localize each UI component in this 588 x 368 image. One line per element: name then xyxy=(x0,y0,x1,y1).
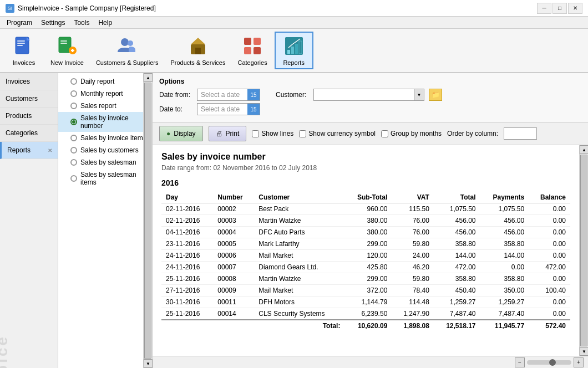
svg-rect-18 xyxy=(244,47,251,54)
cell-balance: 0.00 xyxy=(529,273,570,285)
cell-number: 00003 xyxy=(213,215,254,227)
report-item-bysalesman[interactable]: Sales by salesman xyxy=(58,156,152,168)
cell-number: 00007 xyxy=(213,262,254,273)
total-vat: 1,898.08 xyxy=(392,320,434,331)
sidebar-item-invoices[interactable]: Invoices xyxy=(0,73,58,90)
cell-total: 358.80 xyxy=(434,273,480,285)
sidebar-item-customers[interactable]: Customers xyxy=(0,90,58,108)
report-item-bysalesmanitems[interactable]: Sales by salesman items xyxy=(58,168,152,188)
cell-vat: 114.48 xyxy=(392,297,434,308)
app-icon: SI xyxy=(6,4,14,13)
cell-total: 456.00 xyxy=(434,215,480,227)
scroll-up-right-btn[interactable]: ▲ xyxy=(580,145,588,154)
cell-subtotal: 372.00 xyxy=(344,285,392,297)
cell-day: 04-11-2016 xyxy=(161,227,213,238)
zoom-in-btn[interactable]: + xyxy=(574,357,584,367)
table-row: 25-11-201600008Martin Watzke299.0059.803… xyxy=(161,273,570,285)
show-currency-label: Show currency symbol xyxy=(308,130,376,137)
toolbar-products-label: Products & Services xyxy=(170,59,225,66)
cell-balance: 0.00 xyxy=(529,250,570,262)
print-button[interactable]: 🖨 Print xyxy=(209,126,247,141)
col-vat: VAT xyxy=(392,192,434,203)
display-button[interactable]: ● Display xyxy=(159,126,203,141)
scroll-down-btn[interactable]: ▼ xyxy=(144,359,153,368)
date-to-input[interactable]: Select a date 15 xyxy=(197,103,260,115)
date-from-calendar-btn[interactable]: 15 xyxy=(247,89,260,100)
toolbar-products[interactable]: Products & Services xyxy=(165,32,230,69)
cell-subtotal: 380.00 xyxy=(344,215,392,227)
show-lines-checkbox[interactable] xyxy=(252,130,259,137)
svg-rect-2 xyxy=(17,43,25,44)
toolbar-reports[interactable]: Reports xyxy=(275,32,313,69)
menu-program[interactable]: Program xyxy=(2,18,37,28)
toolbar-customers[interactable]: Customers & Suppliers xyxy=(91,32,164,69)
cell-total: 472.00 xyxy=(434,262,480,273)
sidebar-item-products[interactable]: Products xyxy=(0,108,58,125)
customer-select[interactable]: ▼ xyxy=(313,89,424,101)
report-item-byinvoice[interactable]: Sales by invoice number xyxy=(58,112,152,132)
scroll-thumb[interactable] xyxy=(144,83,151,359)
toolbar-categories-label: Categories xyxy=(237,59,267,66)
close-reports-icon[interactable]: ✕ xyxy=(48,147,52,154)
cell-balance: 0.00 xyxy=(529,203,570,215)
toolbar-categories[interactable]: Categories xyxy=(232,32,272,69)
cell-customer: Mark Lafarthy xyxy=(254,238,344,250)
cell-vat: 115.50 xyxy=(392,203,434,215)
cell-payments: 1,075.50 xyxy=(480,203,529,215)
report-table: Day Number Customer Sub-Total VAT Total … xyxy=(161,192,570,331)
cell-customer: Diamond Gears Ltd. xyxy=(254,262,344,273)
radio-byitems xyxy=(70,135,77,141)
cell-total: 144.00 xyxy=(434,250,480,262)
cell-payments: 456.00 xyxy=(480,215,529,227)
show-currency-checkbox[interactable] xyxy=(299,130,306,137)
menu-tools[interactable]: Tools xyxy=(69,18,94,28)
report-item-sales[interactable]: Sales report xyxy=(58,100,152,112)
svg-rect-15 xyxy=(195,48,201,54)
order-col-input[interactable] xyxy=(504,127,537,140)
cell-total: 1,075.50 xyxy=(434,203,480,215)
sidebar-item-reports[interactable]: Reports ✕ xyxy=(0,142,58,159)
menu-help[interactable]: Help xyxy=(94,18,116,28)
menu-settings[interactable]: Settings xyxy=(37,18,69,28)
options-row-to: Date to: Select a date 15 xyxy=(159,103,581,115)
vertical-scrollbar[interactable]: ▲ ▼ xyxy=(579,145,588,356)
zoom-slider[interactable] xyxy=(527,360,571,365)
cell-subtotal: 299.00 xyxy=(344,273,392,285)
report-item-byitems[interactable]: Sales by invoice items xyxy=(58,132,152,144)
close-button[interactable]: ✕ xyxy=(568,3,582,14)
sidebar-item-categories[interactable]: Categories xyxy=(0,125,58,142)
options-bar: Options Date from: Select a date 15 Cust… xyxy=(153,73,588,122)
svg-rect-23 xyxy=(295,44,298,54)
group-months-group: Group by months xyxy=(381,130,442,137)
customer-folder-btn[interactable]: 📁 xyxy=(429,89,442,101)
zoom-out-btn[interactable]: − xyxy=(515,357,525,367)
report-item-daily[interactable]: Daily report xyxy=(58,75,152,88)
minimize-button[interactable]: ─ xyxy=(537,3,551,14)
group-months-checkbox[interactable] xyxy=(381,130,388,137)
cell-payments: 350.00 xyxy=(480,285,529,297)
toolbar-newinvoice[interactable]: New Invoice xyxy=(45,32,89,69)
radio-sales xyxy=(70,103,77,109)
cell-customer: Best Pack xyxy=(254,203,344,215)
customer-dropdown-arrow[interactable]: ▼ xyxy=(414,89,424,100)
show-lines-group: Show lines xyxy=(252,130,293,137)
date-from-input[interactable]: Select a date 15 xyxy=(197,89,260,101)
scroll-thumb-right[interactable] xyxy=(580,155,587,346)
maximize-button[interactable]: □ xyxy=(552,3,567,14)
reports-list-scroll[interactable]: Daily report Monthly report Sales report… xyxy=(58,73,152,368)
scroll-down-right-btn[interactable]: ▼ xyxy=(580,347,588,356)
date-to-calendar-btn[interactable]: 15 xyxy=(247,104,260,115)
cell-total: 7,487.40 xyxy=(434,308,480,320)
toolbar-invoices[interactable]: Invoices xyxy=(4,32,43,69)
cell-number: 00008 xyxy=(213,273,254,285)
report-item-monthly[interactable]: Monthly report xyxy=(58,88,152,100)
table-row: 27-11-201600009Mail Market372.0078.40450… xyxy=(161,285,570,297)
report-item-bycustomers[interactable]: Sales by customers xyxy=(58,144,152,156)
cell-payments: 358.80 xyxy=(480,238,529,250)
svg-rect-22 xyxy=(291,47,294,54)
scroll-up-btn[interactable]: ▲ xyxy=(144,73,153,82)
zoom-thumb[interactable] xyxy=(549,359,556,366)
total-subtotal: 10,620.09 xyxy=(344,320,392,331)
total-payments: 11,945.77 xyxy=(480,320,529,331)
order-col-label: Order by column: xyxy=(447,130,498,137)
